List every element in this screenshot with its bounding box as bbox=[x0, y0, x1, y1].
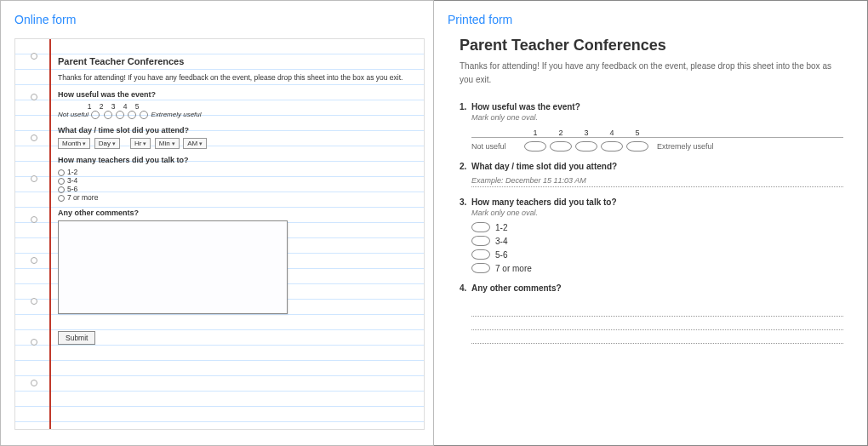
q1-scale-numbers: 12345 bbox=[471, 127, 843, 137]
q1-low-label: Not useful bbox=[471, 142, 523, 151]
printed-form-pane: Printed form Parent Teacher Conferences … bbox=[434, 0, 868, 446]
q3-opt-3: 5-6 bbox=[67, 185, 77, 193]
q1-oval-5 bbox=[626, 141, 648, 152]
q1-label: How useful was the event? bbox=[58, 90, 407, 99]
q1-high-label: Extremely useful bbox=[657, 142, 714, 151]
punch-hole-icon bbox=[31, 175, 37, 182]
min-select[interactable]: Min bbox=[155, 138, 180, 149]
submit-button[interactable]: Submit bbox=[58, 331, 95, 345]
q1-radio-2[interactable] bbox=[104, 111, 112, 119]
q1-high-label: Extremely useful bbox=[151, 111, 201, 118]
q3-opt-3: 5-6 bbox=[495, 250, 507, 260]
q4-label: Any other comments? bbox=[58, 209, 407, 217]
q3-oval-2 bbox=[471, 236, 490, 246]
comments-lines bbox=[471, 303, 843, 344]
q3-oval-4 bbox=[471, 263, 490, 273]
q3-opt-1: 1-2 bbox=[67, 168, 77, 176]
q3-oval-3 bbox=[471, 249, 490, 260]
q1-radio-1[interactable] bbox=[91, 111, 100, 119]
q1-oval-2 bbox=[550, 141, 572, 152]
q3-opt-2: 3-4 bbox=[495, 237, 507, 246]
q1-radio-4[interactable] bbox=[128, 111, 136, 119]
day-select[interactable]: Day bbox=[94, 138, 120, 149]
q3-radio-3[interactable] bbox=[58, 186, 65, 193]
printed-page: Parent Teacher Conferences Thanks for at… bbox=[446, 33, 857, 433]
ampm-select[interactable]: AM bbox=[183, 138, 207, 149]
q1-oval-3 bbox=[575, 141, 597, 152]
q3-radio-1[interactable] bbox=[58, 169, 65, 176]
q3-radio-4[interactable] bbox=[58, 195, 65, 202]
printed-form-title: Printed form bbox=[434, 1, 867, 26]
q1-label: How useful was the event? bbox=[471, 102, 580, 112]
online-form-pane: Online form Parent Teacher Conferences T… bbox=[0, 0, 434, 446]
notebook-page: Parent Teacher Conferences Thanks for at… bbox=[14, 38, 425, 430]
punch-hole-icon bbox=[31, 298, 37, 305]
punch-hole-icon bbox=[31, 339, 37, 346]
q3-opt-1: 1-2 bbox=[495, 223, 507, 232]
q3-opt-2: 3-4 bbox=[67, 176, 77, 185]
punch-hole-icon bbox=[31, 380, 37, 386]
q1-oval-1 bbox=[524, 141, 546, 152]
q1-radio-5[interactable] bbox=[140, 111, 148, 119]
q3-opt-4: 7 or more bbox=[495, 264, 532, 273]
q3-label: How many teachers did you talk to? bbox=[471, 197, 617, 207]
q1-scale-numbers: 12345 bbox=[58, 102, 407, 111]
q2-example: Example: December 15 11:03 AM bbox=[471, 173, 843, 187]
form-description: Thanks for attending! If you have any fe… bbox=[58, 71, 407, 83]
q3-label: How many teachers did you talk to? bbox=[58, 156, 407, 164]
q2-label: What day / time slot did you attend? bbox=[471, 162, 617, 171]
punch-hole-icon bbox=[31, 53, 37, 60]
form-title: Parent Teacher Conferences bbox=[460, 37, 843, 54]
q1-hint: Mark only one oval. bbox=[471, 113, 843, 122]
q4-label: Any other comments? bbox=[471, 283, 562, 293]
q3-hint: Mark only one oval. bbox=[471, 209, 843, 217]
online-form-title: Online form bbox=[1, 1, 433, 26]
hour-select[interactable]: Hr bbox=[130, 138, 151, 149]
q1-low-label: Not useful bbox=[58, 111, 89, 118]
q1-radio-3[interactable] bbox=[116, 111, 124, 119]
form-description: Thanks for attending! If you have any fe… bbox=[460, 60, 843, 87]
form-title: Parent Teacher Conferences bbox=[58, 56, 407, 66]
q3-oval-1 bbox=[471, 222, 490, 232]
q3-radio-2[interactable] bbox=[58, 178, 65, 185]
punch-hole-icon bbox=[31, 257, 37, 264]
punch-hole-icon bbox=[31, 216, 37, 223]
q3-opt-4: 7 or more bbox=[67, 193, 98, 202]
month-select[interactable]: Month bbox=[58, 138, 90, 149]
q1-oval-4 bbox=[601, 141, 623, 152]
q2-label: What day / time slot did you attend? bbox=[58, 126, 407, 134]
punch-hole-icon bbox=[31, 134, 37, 141]
punch-hole-icon bbox=[31, 94, 37, 100]
comments-textarea[interactable] bbox=[58, 220, 288, 314]
